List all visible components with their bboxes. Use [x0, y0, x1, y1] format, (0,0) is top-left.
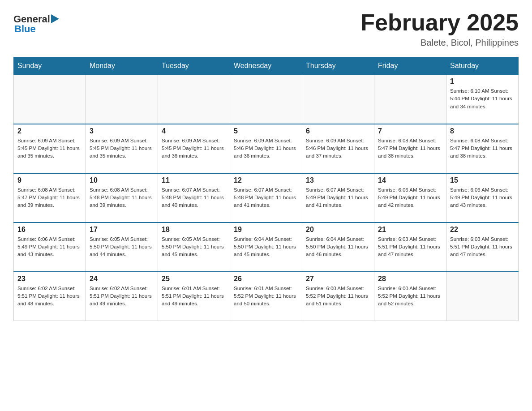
calendar-day-cell: 10Sunrise: 6:08 AM Sunset: 5:48 PM Dayli…	[86, 173, 158, 223]
day-info: Sunrise: 6:09 AM Sunset: 5:45 PM Dayligh…	[17, 137, 82, 160]
day-info: Sunrise: 6:01 AM Sunset: 5:51 PM Dayligh…	[162, 285, 226, 308]
day-of-week-header: Sunday	[14, 57, 86, 75]
day-number: 8	[450, 127, 515, 135]
day-info: Sunrise: 6:04 AM Sunset: 5:50 PM Dayligh…	[306, 235, 370, 259]
logo-blue-text: Blue	[14, 23, 36, 35]
day-number: 21	[378, 226, 442, 234]
logo: General Blue	[13, 9, 59, 35]
calendar-day-cell	[86, 75, 158, 124]
day-info: Sunrise: 6:07 AM Sunset: 5:48 PM Dayligh…	[162, 186, 226, 210]
calendar-week-row: 2Sunrise: 6:09 AM Sunset: 5:45 PM Daylig…	[14, 124, 519, 173]
day-info: Sunrise: 6:03 AM Sunset: 5:51 PM Dayligh…	[378, 235, 442, 259]
day-of-week-header: Saturday	[446, 57, 519, 75]
day-number: 7	[378, 127, 442, 135]
day-of-week-header: Tuesday	[158, 57, 230, 75]
day-number: 28	[378, 275, 442, 283]
day-number: 17	[90, 226, 154, 234]
calendar-day-cell: 2Sunrise: 6:09 AM Sunset: 5:45 PM Daylig…	[14, 124, 86, 173]
day-number: 11	[162, 176, 226, 184]
calendar-day-cell: 6Sunrise: 6:09 AM Sunset: 5:46 PM Daylig…	[302, 124, 374, 173]
calendar-day-cell	[302, 75, 374, 124]
calendar-day-cell: 21Sunrise: 6:03 AM Sunset: 5:51 PM Dayli…	[374, 223, 446, 272]
day-number: 19	[234, 226, 298, 234]
calendar-week-row: 16Sunrise: 6:06 AM Sunset: 5:49 PM Dayli…	[14, 223, 519, 272]
calendar-day-cell: 15Sunrise: 6:06 AM Sunset: 5:49 PM Dayli…	[446, 173, 519, 223]
day-number: 23	[17, 275, 82, 283]
calendar-day-cell: 8Sunrise: 6:08 AM Sunset: 5:47 PM Daylig…	[446, 124, 519, 173]
day-of-week-header: Thursday	[302, 57, 374, 75]
day-info: Sunrise: 6:05 AM Sunset: 5:50 PM Dayligh…	[90, 235, 154, 259]
day-info: Sunrise: 6:09 AM Sunset: 5:46 PM Dayligh…	[306, 137, 370, 160]
day-info: Sunrise: 6:08 AM Sunset: 5:47 PM Dayligh…	[378, 137, 442, 160]
svg-marker-0	[51, 14, 59, 23]
day-number: 12	[234, 176, 298, 184]
calendar-day-cell: 9Sunrise: 6:08 AM Sunset: 5:47 PM Daylig…	[14, 173, 86, 223]
day-info: Sunrise: 6:10 AM Sunset: 5:44 PM Dayligh…	[450, 87, 515, 111]
calendar-day-cell: 28Sunrise: 6:00 AM Sunset: 5:52 PM Dayli…	[374, 272, 446, 321]
calendar-day-cell: 23Sunrise: 6:02 AM Sunset: 5:51 PM Dayli…	[14, 272, 86, 321]
calendar-day-cell: 20Sunrise: 6:04 AM Sunset: 5:50 PM Dayli…	[302, 223, 374, 272]
calendar-day-cell: 4Sunrise: 6:09 AM Sunset: 5:45 PM Daylig…	[158, 124, 230, 173]
calendar-day-cell: 13Sunrise: 6:07 AM Sunset: 5:49 PM Dayli…	[302, 173, 374, 223]
day-info: Sunrise: 6:02 AM Sunset: 5:51 PM Dayligh…	[17, 285, 82, 308]
day-number: 10	[90, 176, 154, 184]
calendar-day-cell: 26Sunrise: 6:01 AM Sunset: 5:52 PM Dayli…	[230, 272, 302, 321]
calendar-table: SundayMondayTuesdayWednesdayThursdayFrid…	[13, 57, 519, 321]
calendar-day-cell: 19Sunrise: 6:04 AM Sunset: 5:50 PM Dayli…	[230, 223, 302, 272]
calendar-day-cell	[374, 75, 446, 124]
calendar-day-cell: 7Sunrise: 6:08 AM Sunset: 5:47 PM Daylig…	[374, 124, 446, 173]
day-number: 15	[450, 176, 515, 184]
day-info: Sunrise: 6:06 AM Sunset: 5:49 PM Dayligh…	[450, 186, 515, 210]
calendar-week-row: 23Sunrise: 6:02 AM Sunset: 5:51 PM Dayli…	[14, 272, 519, 321]
calendar-day-cell: 18Sunrise: 6:05 AM Sunset: 5:50 PM Dayli…	[158, 223, 230, 272]
day-info: Sunrise: 6:08 AM Sunset: 5:47 PM Dayligh…	[17, 186, 82, 210]
day-number: 24	[90, 275, 154, 283]
day-number: 5	[234, 127, 298, 135]
calendar-day-cell: 22Sunrise: 6:03 AM Sunset: 5:51 PM Dayli…	[446, 223, 519, 272]
day-number: 3	[90, 127, 154, 135]
day-number: 25	[162, 275, 226, 283]
day-of-week-header: Monday	[86, 57, 158, 75]
day-number: 1	[450, 77, 515, 86]
calendar-day-cell: 12Sunrise: 6:07 AM Sunset: 5:48 PM Dayli…	[230, 173, 302, 223]
day-of-week-header: Friday	[374, 57, 446, 75]
calendar-day-cell: 24Sunrise: 6:02 AM Sunset: 5:51 PM Dayli…	[86, 272, 158, 321]
day-number: 6	[306, 127, 370, 135]
calendar-day-cell: 14Sunrise: 6:06 AM Sunset: 5:49 PM Dayli…	[374, 173, 446, 223]
calendar-week-row: 9Sunrise: 6:08 AM Sunset: 5:47 PM Daylig…	[14, 173, 519, 223]
calendar-day-cell	[446, 272, 519, 321]
day-info: Sunrise: 6:00 AM Sunset: 5:52 PM Dayligh…	[306, 285, 370, 308]
title-section: February 2025 Balete, Bicol, Philippines	[360, 9, 519, 48]
day-number: 13	[306, 176, 370, 184]
day-info: Sunrise: 6:04 AM Sunset: 5:50 PM Dayligh…	[234, 235, 298, 259]
day-info: Sunrise: 6:09 AM Sunset: 5:46 PM Dayligh…	[234, 137, 298, 160]
day-of-week-header: Wednesday	[230, 57, 302, 75]
day-number: 14	[378, 176, 442, 184]
calendar-day-cell: 16Sunrise: 6:06 AM Sunset: 5:49 PM Dayli…	[14, 223, 86, 272]
calendar-day-cell: 5Sunrise: 6:09 AM Sunset: 5:46 PM Daylig…	[230, 124, 302, 173]
day-info: Sunrise: 6:03 AM Sunset: 5:51 PM Dayligh…	[450, 235, 515, 259]
calendar-day-cell	[230, 75, 302, 124]
day-number: 2	[17, 127, 82, 135]
day-info: Sunrise: 6:08 AM Sunset: 5:47 PM Dayligh…	[450, 137, 515, 160]
day-info: Sunrise: 6:02 AM Sunset: 5:51 PM Dayligh…	[90, 285, 154, 308]
logo-triangle-icon	[50, 15, 59, 24]
day-info: Sunrise: 6:01 AM Sunset: 5:52 PM Dayligh…	[234, 285, 298, 308]
day-info: Sunrise: 6:09 AM Sunset: 5:45 PM Dayligh…	[162, 137, 226, 160]
calendar-week-row: 1Sunrise: 6:10 AM Sunset: 5:44 PM Daylig…	[14, 75, 519, 124]
calendar-day-cell: 11Sunrise: 6:07 AM Sunset: 5:48 PM Dayli…	[158, 173, 230, 223]
calendar-header-row: SundayMondayTuesdayWednesdayThursdayFrid…	[14, 57, 519, 75]
day-number: 20	[306, 226, 370, 234]
calendar-day-cell: 25Sunrise: 6:01 AM Sunset: 5:51 PM Dayli…	[158, 272, 230, 321]
calendar-title: February 2025	[360, 9, 519, 36]
day-info: Sunrise: 6:06 AM Sunset: 5:49 PM Dayligh…	[17, 235, 82, 259]
day-info: Sunrise: 6:05 AM Sunset: 5:50 PM Dayligh…	[162, 235, 226, 259]
day-info: Sunrise: 6:06 AM Sunset: 5:49 PM Dayligh…	[378, 186, 442, 210]
day-number: 22	[450, 226, 515, 234]
day-info: Sunrise: 6:00 AM Sunset: 5:52 PM Dayligh…	[378, 285, 442, 308]
day-number: 27	[306, 275, 370, 283]
calendar-day-cell	[158, 75, 230, 124]
day-number: 18	[162, 226, 226, 234]
calendar-day-cell: 1Sunrise: 6:10 AM Sunset: 5:44 PM Daylig…	[446, 75, 519, 124]
page-header: General Blue February 2025 Balete, Bicol…	[13, 9, 519, 48]
